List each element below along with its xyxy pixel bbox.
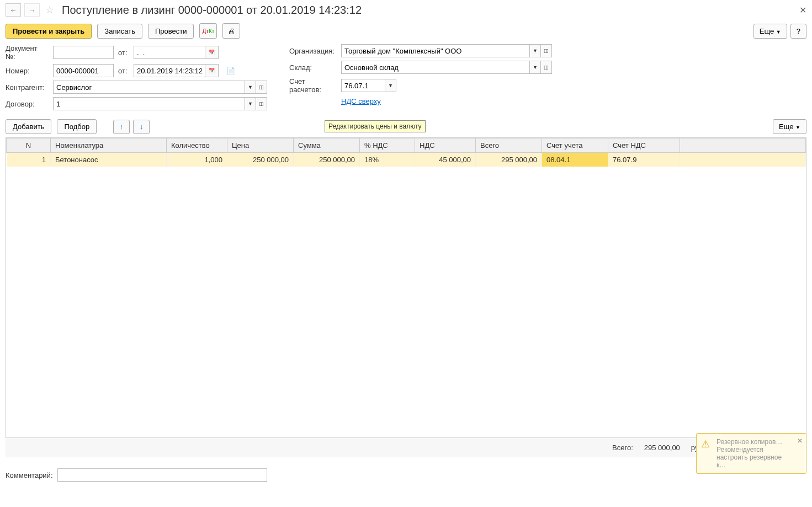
- post-and-close-button[interactable]: Провести и закрыть: [6, 24, 92, 39]
- warehouse-open[interactable]: ◫: [541, 61, 552, 74]
- counterparty-open[interactable]: ◫: [256, 81, 267, 94]
- back-button[interactable]: ←: [6, 3, 21, 17]
- col-qty[interactable]: Количество: [167, 138, 227, 153]
- contract-open[interactable]: ◫: [256, 97, 267, 110]
- contract-label: Договор:: [6, 100, 49, 108]
- col-acct[interactable]: Счет учета: [542, 138, 608, 153]
- table-row[interactable]: 1 Бетононасос 1,000 250 000,00 250 000,0…: [7, 153, 806, 167]
- warehouse-input[interactable]: [341, 61, 530, 74]
- backup-notification: ⚠ Резервное копиров… Рекомендуется настр…: [696, 433, 806, 474]
- add-row-button[interactable]: Добавить: [6, 119, 51, 134]
- page-title: Поступление в лизинг 0000-000001 от 20.0…: [62, 4, 362, 17]
- org-open[interactable]: ◫: [541, 44, 552, 57]
- move-up-button[interactable]: ↑: [113, 120, 130, 134]
- cell-price[interactable]: 250 000,00: [227, 153, 294, 167]
- col-vat-acct[interactable]: Счет НДС: [608, 138, 680, 153]
- col-extra: [680, 138, 806, 153]
- col-vat[interactable]: НДС: [415, 138, 476, 153]
- arrow-up-icon: ↑: [120, 122, 124, 131]
- counterparty-dropdown[interactable]: ▼: [245, 81, 256, 94]
- notif-line1: Рекомендуется: [717, 446, 790, 453]
- vat-mode-link[interactable]: НДС сверху: [341, 97, 381, 105]
- move-down-button[interactable]: ↓: [133, 120, 150, 134]
- col-n[interactable]: N: [7, 138, 51, 153]
- post-button[interactable]: Провести: [148, 24, 194, 39]
- org-input[interactable]: [341, 44, 530, 57]
- counterparty-label: Контрагент:: [6, 83, 49, 92]
- from2-label: от:: [118, 67, 129, 75]
- cell-vat-pct[interactable]: 18%: [360, 153, 415, 167]
- dtkr-button[interactable]: ДтКт: [199, 23, 217, 39]
- notif-close-icon[interactable]: ✕: [797, 437, 803, 445]
- totals-value: 295 000,00: [644, 444, 680, 452]
- contract-input[interactable]: [53, 97, 245, 110]
- cell-nomenclature[interactable]: Бетононасос: [51, 153, 167, 167]
- notif-line2: настроить резервное к…: [717, 453, 790, 469]
- more-button[interactable]: Еще ▼: [753, 24, 787, 39]
- cell-qty[interactable]: 1,000: [167, 153, 227, 167]
- col-total[interactable]: Всего: [476, 138, 542, 153]
- warehouse-label: Склад:: [289, 63, 337, 72]
- org-dropdown[interactable]: ▼: [530, 44, 541, 57]
- calendar-icon[interactable]: 📅: [205, 46, 219, 59]
- doc-date-input[interactable]: [134, 46, 205, 59]
- calendar-icon-2[interactable]: 📅: [205, 64, 219, 77]
- cell-sum[interactable]: 250 000,00: [294, 153, 360, 167]
- from-label: от:: [118, 49, 129, 57]
- col-nomenclature[interactable]: Номенклатура: [51, 138, 167, 153]
- col-vat-pct[interactable]: % НДС: [360, 138, 415, 153]
- account-input[interactable]: [341, 79, 385, 92]
- doc-no-label: Документ №:: [6, 44, 49, 61]
- col-price[interactable]: Цена: [227, 138, 294, 153]
- print-button[interactable]: 🖨: [222, 23, 240, 39]
- cell-n[interactable]: 1: [7, 153, 51, 167]
- number-date-input[interactable]: [134, 64, 205, 77]
- account-label: Счет расчетов:: [289, 77, 337, 94]
- help-button[interactable]: ?: [790, 24, 806, 39]
- counterparty-input[interactable]: [53, 81, 245, 94]
- comment-label: Комментарий:: [6, 471, 53, 479]
- favorite-star-icon[interactable]: ☆: [45, 4, 54, 16]
- doc-no-input[interactable]: [53, 46, 114, 59]
- col-sum[interactable]: Сумма: [294, 138, 360, 153]
- printer-icon: 🖨: [228, 27, 235, 35]
- cell-vat-acct[interactable]: 76.07.9: [608, 153, 680, 167]
- org-label: Организация:: [289, 47, 337, 55]
- pick-button[interactable]: Подбор: [57, 119, 97, 134]
- chevron-down-icon: ▼: [776, 29, 781, 35]
- tooltip: Редактировать цены и валюту: [325, 120, 426, 132]
- forward-button[interactable]: →: [24, 3, 40, 17]
- comment-input[interactable]: [57, 468, 267, 482]
- save-button[interactable]: Записать: [97, 24, 142, 39]
- cell-vat[interactable]: 45 000,00: [415, 153, 476, 167]
- warning-icon: ⚠: [701, 438, 710, 450]
- totals-label: Всего:: [612, 444, 633, 452]
- items-table[interactable]: N Номенклатура Количество Цена Сумма % Н…: [6, 138, 806, 167]
- number-label: Номер:: [6, 67, 49, 75]
- cell-total[interactable]: 295 000,00: [476, 153, 542, 167]
- warehouse-dropdown[interactable]: ▼: [530, 61, 541, 74]
- number-input[interactable]: [53, 64, 114, 77]
- table-more-button[interactable]: Еще ▼: [773, 119, 806, 134]
- notif-title: Резервное копиров…: [717, 438, 790, 446]
- arrow-down-icon: ↓: [140, 122, 144, 131]
- cell-acct[interactable]: 08.04.1: [542, 153, 608, 167]
- account-dropdown[interactable]: ▼: [385, 79, 396, 92]
- chevron-down-icon: ▼: [795, 125, 800, 130]
- contract-dropdown[interactable]: ▼: [245, 97, 256, 110]
- status-icon[interactable]: 📄: [226, 67, 235, 75]
- close-icon[interactable]: ✕: [799, 5, 806, 15]
